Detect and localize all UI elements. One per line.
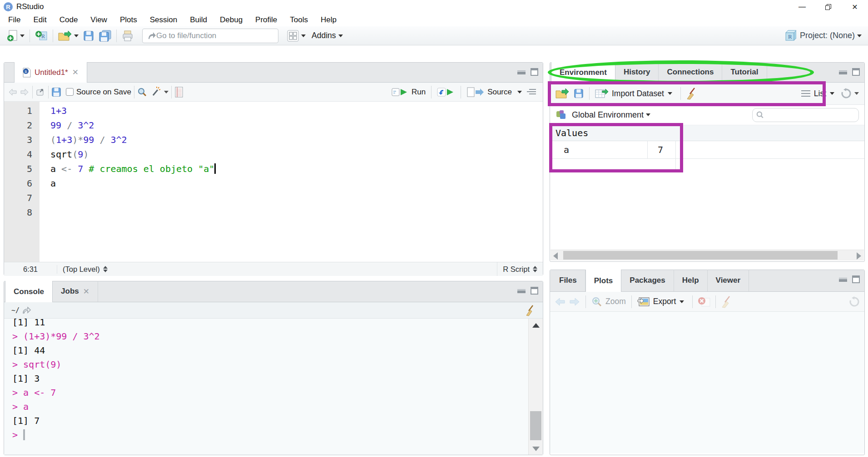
popout-icon[interactable] <box>35 88 45 97</box>
zoom-plot-icon[interactable] <box>591 296 602 307</box>
source-on-save-checkbox[interactable] <box>66 88 74 96</box>
menu-tools[interactable]: Tools <box>283 14 314 26</box>
scroll-up-icon[interactable] <box>532 323 540 328</box>
save-doc-icon[interactable] <box>51 87 61 97</box>
tab-close-icon[interactable]: ✕ <box>83 287 89 296</box>
import-dataset-caret[interactable] <box>668 92 672 95</box>
new-file-button[interactable] <box>5 28 27 44</box>
clear-environment-icon[interactable] <box>685 87 697 100</box>
refresh-environment-icon[interactable] <box>841 88 852 99</box>
editor-code[interactable]: 1+399 / 3^2(1+3)*99 / 3^2sqrt(9)a <- 7 #… <box>40 102 543 262</box>
goto-file-input[interactable] <box>156 31 273 40</box>
save-button[interactable] <box>81 28 96 44</box>
environment-value-row[interactable]: a7 <box>550 141 864 159</box>
back-icon[interactable] <box>8 88 18 97</box>
tab-close-icon[interactable]: ✕ <box>72 68 79 77</box>
scroll-right-icon[interactable] <box>857 252 861 260</box>
restore-button[interactable] <box>815 0 842 14</box>
menu-plots[interactable]: Plots <box>114 14 144 26</box>
maximize-pane-button[interactable] <box>531 287 538 295</box>
environment-search[interactable] <box>752 108 859 122</box>
import-dataset-icon[interactable] <box>595 88 609 99</box>
print-button[interactable] <box>119 28 136 44</box>
tab-files[interactable]: Files <box>551 270 585 291</box>
minimize-button[interactable]: — <box>789 0 815 14</box>
goto-file-box[interactable] <box>142 29 278 43</box>
close-button[interactable]: ✕ <box>842 0 868 14</box>
editor-body[interactable]: 12345678 1+399 / 3^2(1+3)*99 / 3^2sqrt(9… <box>4 102 543 262</box>
tab-tutorial[interactable]: Tutorial <box>722 62 767 82</box>
list-view-label[interactable]: List <box>814 89 826 98</box>
tab-history[interactable]: History <box>615 62 659 82</box>
environment-search-input[interactable] <box>764 111 855 119</box>
maximize-pane-button[interactable] <box>852 275 860 283</box>
refresh-caret[interactable] <box>854 92 859 95</box>
scroll-down-icon[interactable] <box>532 447 540 451</box>
refresh-plots-icon[interactable] <box>849 296 860 307</box>
menu-debug[interactable]: Debug <box>213 14 249 26</box>
clear-plots-icon[interactable] <box>720 295 732 308</box>
scope-selector[interactable]: (Top Level) <box>57 265 113 274</box>
tab-jobs[interactable]: Jobs ✕ <box>53 281 98 302</box>
save-all-button[interactable] <box>96 28 114 44</box>
console-output[interactable]: [1] 11> (1+3)*99 / 3^2[1] 44> sqrt(9)[1]… <box>4 319 543 455</box>
forward-icon[interactable] <box>20 88 30 97</box>
tab-packages[interactable]: Packages <box>621 270 674 291</box>
tab-connections[interactable]: Connections <box>659 62 722 82</box>
code-line[interactable]: sqrt(9) <box>50 147 543 162</box>
rerun-button[interactable] <box>437 87 455 97</box>
global-env-label[interactable]: Global Environment <box>572 110 644 120</box>
workspace-panes-button[interactable] <box>285 28 308 44</box>
open-file-button[interactable] <box>56 28 81 44</box>
minimize-pane-button[interactable] <box>517 287 526 295</box>
new-project-button[interactable]: R <box>33 28 50 44</box>
addins-button[interactable]: Addins <box>308 31 347 40</box>
tab-viewer[interactable]: Viewer <box>708 270 749 291</box>
tab-environment[interactable]: Environment <box>551 62 615 83</box>
import-dataset-label[interactable]: Import Dataset <box>612 89 664 98</box>
run-button[interactable] <box>392 87 409 97</box>
scroll-left-icon[interactable] <box>553 252 558 260</box>
export-plot-label[interactable]: Export <box>653 297 676 306</box>
file-type-selector[interactable]: R Script <box>497 262 543 276</box>
tab-help[interactable]: Help <box>674 270 708 291</box>
export-plot-icon[interactable] <box>637 296 650 307</box>
clear-console-icon[interactable] <box>525 305 536 316</box>
code-line[interactable]: (1+3)*99 / 3^2 <box>50 133 543 147</box>
remove-plot-icon[interactable] <box>697 296 711 307</box>
tab-console[interactable]: Console <box>5 281 53 302</box>
next-plot-icon[interactable] <box>569 297 580 306</box>
scrollbar-thumb[interactable] <box>530 411 541 440</box>
minimize-pane-button[interactable] <box>517 68 526 76</box>
maximize-pane-button[interactable] <box>531 68 538 76</box>
maximize-pane-button[interactable] <box>852 68 860 76</box>
load-workspace-icon[interactable] <box>556 88 569 99</box>
menu-code[interactable]: Code <box>53 14 84 26</box>
source-caret[interactable] <box>517 91 522 93</box>
compile-report-icon[interactable] <box>174 87 184 98</box>
menu-view[interactable]: View <box>84 14 114 26</box>
source-label[interactable]: Source <box>487 88 512 97</box>
list-view-caret[interactable] <box>830 92 834 95</box>
minimize-pane-button[interactable] <box>838 68 848 76</box>
code-line[interactable]: a <box>50 176 543 191</box>
scrollbar-thumb[interactable] <box>563 251 838 260</box>
export-caret[interactable] <box>680 300 684 303</box>
code-tools-icon[interactable] <box>151 87 162 98</box>
menu-profile[interactable]: Profile <box>249 14 283 26</box>
menu-edit[interactable]: Edit <box>27 14 53 26</box>
menu-help[interactable]: Help <box>314 14 343 26</box>
outline-icon[interactable] <box>526 88 536 96</box>
minimize-pane-button[interactable] <box>838 275 848 283</box>
code-line[interactable]: 1+3 <box>50 103 543 118</box>
environment-hscrollbar[interactable] <box>551 250 864 260</box>
tab-untitled1[interactable]: R Untitled1* ✕ <box>14 62 87 83</box>
project-menu-button[interactable]: R Project: (None) <box>784 30 862 42</box>
code-line[interactable]: 99 / 3^2 <box>50 118 543 133</box>
find-icon[interactable] <box>137 87 147 97</box>
source-button[interactable] <box>466 87 485 97</box>
console-scrollbar[interactable] <box>528 319 543 455</box>
code-line[interactable]: a <- 7 # creamos el objeto "a" <box>50 162 543 176</box>
cursor-position[interactable]: 6:31 <box>4 265 57 274</box>
global-env-caret[interactable] <box>646 113 650 116</box>
